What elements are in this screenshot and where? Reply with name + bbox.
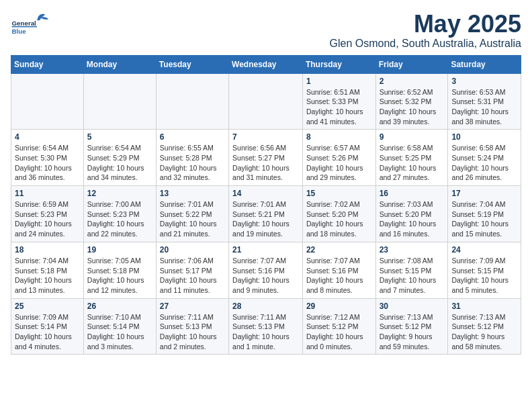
calendar-cell: 17Sunrise: 7:04 AM Sunset: 5:19 PM Dayli… xyxy=(448,186,521,242)
calendar-cell: 2Sunrise: 6:52 AM Sunset: 5:32 PM Daylig… xyxy=(375,73,448,130)
day-info: Sunrise: 6:58 AM Sunset: 5:24 PM Dayligh… xyxy=(451,143,517,183)
logo-svg: General Blue xyxy=(11,11,51,38)
day-number: 16 xyxy=(380,189,445,198)
day-number: 6 xyxy=(160,132,225,142)
day-number: 12 xyxy=(87,189,152,198)
svg-text:General: General xyxy=(12,19,37,27)
calendar-cell: 19Sunrise: 7:05 AM Sunset: 5:18 PM Dayli… xyxy=(83,242,156,298)
day-number: 27 xyxy=(160,302,225,311)
weekday-header-saturday: Saturday xyxy=(448,55,521,73)
calendar-week-row: 4Sunrise: 6:54 AM Sunset: 5:30 PM Daylig… xyxy=(11,130,521,186)
day-info: Sunrise: 7:09 AM Sunset: 5:15 PM Dayligh… xyxy=(451,256,517,295)
day-number: 5 xyxy=(87,132,152,142)
day-info: Sunrise: 7:08 AM Sunset: 5:15 PM Dayligh… xyxy=(380,256,445,295)
day-number: 7 xyxy=(232,132,299,142)
calendar-cell: 14Sunrise: 7:01 AM Sunset: 5:21 PM Dayli… xyxy=(229,186,303,242)
calendar-cell: 18Sunrise: 7:04 AM Sunset: 5:18 PM Dayli… xyxy=(11,242,84,298)
calendar-cell xyxy=(83,73,156,130)
day-info: Sunrise: 7:01 AM Sunset: 5:21 PM Dayligh… xyxy=(232,199,299,239)
day-number: 10 xyxy=(451,132,517,142)
calendar-week-row: 1Sunrise: 6:51 AM Sunset: 5:33 PM Daylig… xyxy=(11,73,521,130)
day-info: Sunrise: 7:10 AM Sunset: 5:14 PM Dayligh… xyxy=(87,312,152,352)
weekday-header-friday: Friday xyxy=(375,55,448,73)
day-info: Sunrise: 6:52 AM Sunset: 5:32 PM Dayligh… xyxy=(380,87,445,127)
day-info: Sunrise: 6:54 AM Sunset: 5:30 PM Dayligh… xyxy=(15,143,80,183)
calendar-cell xyxy=(11,73,84,130)
day-info: Sunrise: 7:00 AM Sunset: 5:23 PM Dayligh… xyxy=(87,199,152,239)
calendar-cell: 1Sunrise: 6:51 AM Sunset: 5:33 PM Daylig… xyxy=(302,73,375,130)
day-number: 24 xyxy=(451,245,517,255)
day-number: 28 xyxy=(232,302,299,311)
calendar-cell: 3Sunrise: 6:53 AM Sunset: 5:31 PM Daylig… xyxy=(448,73,521,130)
day-number: 13 xyxy=(160,189,225,198)
weekday-header-sunday: Sunday xyxy=(11,55,84,73)
svg-text:Blue: Blue xyxy=(12,28,27,35)
day-info: Sunrise: 7:02 AM Sunset: 5:20 PM Dayligh… xyxy=(306,199,372,239)
day-info: Sunrise: 7:06 AM Sunset: 5:17 PM Dayligh… xyxy=(160,256,225,295)
day-number: 4 xyxy=(15,132,80,142)
day-info: Sunrise: 7:07 AM Sunset: 5:16 PM Dayligh… xyxy=(232,256,299,295)
calendar-cell: 12Sunrise: 7:00 AM Sunset: 5:23 PM Dayli… xyxy=(83,186,156,242)
day-number: 17 xyxy=(451,189,517,198)
calendar-cell: 7Sunrise: 6:56 AM Sunset: 5:27 PM Daylig… xyxy=(229,130,303,186)
page-header: General Blue May 2025 Glen Osmond, South… xyxy=(11,11,521,50)
calendar-cell: 4Sunrise: 6:54 AM Sunset: 5:30 PM Daylig… xyxy=(11,130,84,186)
calendar-table: SundayMondayTuesdayWednesdayThursdayFrid… xyxy=(11,55,521,355)
day-info: Sunrise: 7:07 AM Sunset: 5:16 PM Dayligh… xyxy=(306,256,372,295)
day-number: 30 xyxy=(380,302,445,311)
day-number: 9 xyxy=(380,132,445,142)
calendar-cell xyxy=(229,73,303,130)
location-subtitle: Glen Osmond, South Australia, Australia xyxy=(330,38,521,50)
weekday-header-row: SundayMondayTuesdayWednesdayThursdayFrid… xyxy=(11,55,521,73)
title-area: May 2025 Glen Osmond, South Australia, A… xyxy=(330,11,521,50)
calendar-cell: 25Sunrise: 7:09 AM Sunset: 5:14 PM Dayli… xyxy=(11,298,84,355)
day-number: 20 xyxy=(160,245,225,255)
day-info: Sunrise: 7:05 AM Sunset: 5:18 PM Dayligh… xyxy=(87,256,152,295)
calendar-cell: 21Sunrise: 7:07 AM Sunset: 5:16 PM Dayli… xyxy=(229,242,303,298)
calendar-cell: 20Sunrise: 7:06 AM Sunset: 5:17 PM Dayli… xyxy=(156,242,228,298)
calendar-week-row: 11Sunrise: 6:59 AM Sunset: 5:23 PM Dayli… xyxy=(11,186,521,242)
day-info: Sunrise: 6:54 AM Sunset: 5:29 PM Dayligh… xyxy=(87,143,152,183)
day-number: 15 xyxy=(306,189,372,198)
calendar-cell: 8Sunrise: 6:57 AM Sunset: 5:26 PM Daylig… xyxy=(302,130,375,186)
day-number: 29 xyxy=(306,302,372,311)
day-number: 23 xyxy=(380,245,445,255)
day-number: 14 xyxy=(232,189,299,198)
calendar-cell: 9Sunrise: 6:58 AM Sunset: 5:25 PM Daylig… xyxy=(375,130,448,186)
day-info: Sunrise: 7:01 AM Sunset: 5:22 PM Dayligh… xyxy=(160,199,225,239)
day-info: Sunrise: 6:53 AM Sunset: 5:31 PM Dayligh… xyxy=(451,87,517,127)
day-info: Sunrise: 7:11 AM Sunset: 5:13 PM Dayligh… xyxy=(232,312,299,352)
day-number: 31 xyxy=(451,302,517,311)
day-number: 19 xyxy=(87,245,152,255)
calendar-cell: 5Sunrise: 6:54 AM Sunset: 5:29 PM Daylig… xyxy=(83,130,156,186)
day-info: Sunrise: 6:59 AM Sunset: 5:23 PM Dayligh… xyxy=(15,199,80,239)
day-number: 3 xyxy=(451,77,517,86)
calendar-cell: 28Sunrise: 7:11 AM Sunset: 5:13 PM Dayli… xyxy=(229,298,303,355)
calendar-cell: 27Sunrise: 7:11 AM Sunset: 5:13 PM Dayli… xyxy=(156,298,228,355)
day-info: Sunrise: 6:56 AM Sunset: 5:27 PM Dayligh… xyxy=(232,143,299,183)
day-info: Sunrise: 7:04 AM Sunset: 5:18 PM Dayligh… xyxy=(15,256,80,295)
day-info: Sunrise: 6:57 AM Sunset: 5:26 PM Dayligh… xyxy=(306,143,372,183)
calendar-cell: 22Sunrise: 7:07 AM Sunset: 5:16 PM Dayli… xyxy=(302,242,375,298)
day-info: Sunrise: 7:13 AM Sunset: 5:12 PM Dayligh… xyxy=(380,312,445,352)
calendar-cell: 31Sunrise: 7:13 AM Sunset: 5:12 PM Dayli… xyxy=(448,298,521,355)
day-number: 26 xyxy=(87,302,152,311)
calendar-cell: 6Sunrise: 6:55 AM Sunset: 5:28 PM Daylig… xyxy=(156,130,228,186)
day-number: 21 xyxy=(232,245,299,255)
calendar-cell: 24Sunrise: 7:09 AM Sunset: 5:15 PM Dayli… xyxy=(448,242,521,298)
weekday-header-monday: Monday xyxy=(83,55,156,73)
calendar-cell: 16Sunrise: 7:03 AM Sunset: 5:20 PM Dayli… xyxy=(375,186,448,242)
day-number: 8 xyxy=(306,132,372,142)
day-number: 25 xyxy=(15,302,80,311)
day-info: Sunrise: 7:03 AM Sunset: 5:20 PM Dayligh… xyxy=(380,199,445,239)
calendar-cell: 29Sunrise: 7:12 AM Sunset: 5:12 PM Dayli… xyxy=(302,298,375,355)
day-info: Sunrise: 6:51 AM Sunset: 5:33 PM Dayligh… xyxy=(306,87,372,127)
day-number: 1 xyxy=(306,77,372,86)
calendar-cell: 15Sunrise: 7:02 AM Sunset: 5:20 PM Dayli… xyxy=(302,186,375,242)
day-info: Sunrise: 7:12 AM Sunset: 5:12 PM Dayligh… xyxy=(306,312,372,352)
weekday-header-tuesday: Tuesday xyxy=(156,55,228,73)
calendar-cell: 11Sunrise: 6:59 AM Sunset: 5:23 PM Dayli… xyxy=(11,186,84,242)
calendar-cell: 26Sunrise: 7:10 AM Sunset: 5:14 PM Dayli… xyxy=(83,298,156,355)
calendar-cell: 10Sunrise: 6:58 AM Sunset: 5:24 PM Dayli… xyxy=(448,130,521,186)
calendar-cell: 23Sunrise: 7:08 AM Sunset: 5:15 PM Dayli… xyxy=(375,242,448,298)
